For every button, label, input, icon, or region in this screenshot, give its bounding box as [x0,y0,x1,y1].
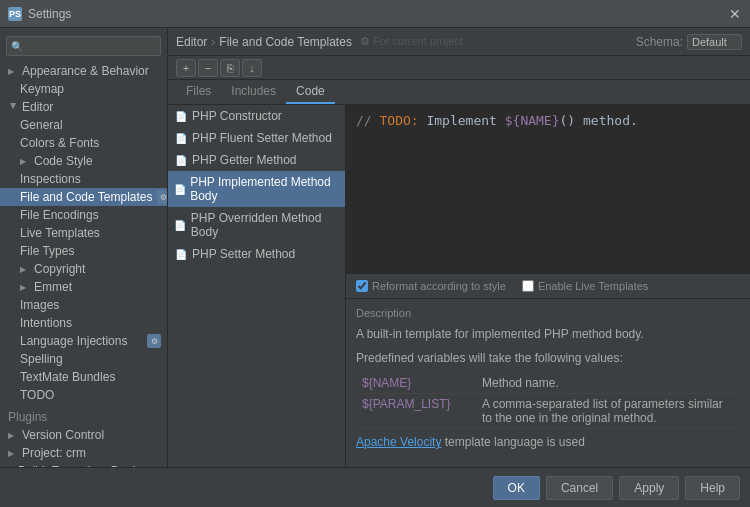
template-icon: 📄 [174,247,188,261]
sidebar-item-keymap[interactable]: Keymap [0,80,167,98]
toolbar: + − ⎘ ↓ [168,56,750,80]
sidebar-item-label: TODO [20,388,54,402]
sidebar-item-label: Inspections [20,172,81,186]
title-bar: PS Settings ✕ [0,0,750,28]
template-icon: 📄 [174,218,187,232]
content-area: 📄 PHP Constructor 📄 PHP Fluent Setter Me… [168,105,750,467]
sidebar-item-label: Live Templates [20,226,100,240]
description-footer-text: template language is used [445,435,585,449]
settings-badge2: ⚙ [147,334,161,348]
apache-velocity-link[interactable]: Apache Velocity [356,435,441,449]
sidebar-item-label: Colors & Fonts [20,136,99,150]
sidebar-item-file-encodings[interactable]: File Encodings [0,206,167,224]
sidebar-item-label: Appearance & Behavior [22,64,149,78]
template-item-label: PHP Constructor [192,109,282,123]
sidebar-item-file-code-templates[interactable]: File and Code Templates ⚙ [0,188,167,206]
search-input[interactable] [25,39,156,53]
variable-name-cell: ${PARAM_LIST} [356,394,476,429]
arrow-icon: ▶ [8,67,18,76]
schema-label: Schema: [636,35,683,49]
sidebar-item-label: File Types [20,244,74,258]
reformat-label: Reformat according to style [372,280,506,292]
variable-table: ${NAME} Method name. ${PARAM_LIST} A com… [356,373,740,429]
tab-includes[interactable]: Includes [221,80,286,104]
arrow-icon: ▶ [20,283,30,292]
move-template-button[interactable]: ↓ [242,59,262,77]
sidebar-item-language-injections[interactable]: Language Injections ⚙ [0,332,167,350]
sidebar-item-appearance[interactable]: ▶ Appearance & Behavior [0,62,167,80]
arrow-icon: ▶ [20,265,30,274]
search-box[interactable]: 🔍 [6,36,161,56]
sidebar-item-spelling[interactable]: Spelling [0,350,167,368]
sidebar-item-file-types[interactable]: File Types [0,242,167,260]
variable-row-param: ${PARAM_LIST} A comma-separated list of … [356,394,740,429]
close-button[interactable]: ✕ [728,7,742,21]
apply-button[interactable]: Apply [619,476,679,500]
variable-name-cell: ${NAME} [356,373,476,394]
sidebar-item-label: Intentions [20,316,72,330]
sidebar-item-copyright[interactable]: ▶ Copyright [0,260,167,278]
template-item-getter[interactable]: 📄 PHP Getter Method [168,149,345,171]
description-subtitle: Predefined variables will take the follo… [356,349,740,367]
description-title: Description [356,307,740,319]
template-icon: 📄 [174,131,188,145]
template-item-label: PHP Getter Method [192,153,297,167]
help-button[interactable]: Help [685,476,740,500]
sidebar-item-intentions[interactable]: Intentions [0,314,167,332]
cancel-button[interactable]: Cancel [546,476,613,500]
right-header: Editor › File and Code Templates ⚙ For c… [168,28,750,56]
template-item-setter[interactable]: 📄 PHP Setter Method [168,243,345,265]
live-templates-checkbox[interactable] [522,280,534,292]
sidebar-item-label: Keymap [20,82,64,96]
sidebar-item-code-style[interactable]: ▶ Code Style [0,152,167,170]
sidebar-item-project[interactable]: ▶ Project: crm [0,444,167,462]
sidebar-item-emmet[interactable]: ▶ Emmet [0,278,167,296]
remove-template-button[interactable]: − [198,59,218,77]
breadcrumb-templates: File and Code Templates [219,35,352,49]
sidebar-item-editor[interactable]: ▶ Editor [0,98,167,116]
sidebar-item-label: Project: crm [22,446,86,460]
sidebar-item-inspections[interactable]: Inspections [0,170,167,188]
reformat-checkbox[interactable] [356,280,368,292]
code-editor[interactable]: // TODO: Implement ${NAME}() method. [346,105,750,273]
template-item-implemented[interactable]: 📄 PHP Implemented Method Body [168,171,345,207]
sidebar-item-label: File and Code Templates [20,190,153,204]
template-icon: 📄 [174,182,186,196]
sidebar-item-images[interactable]: Images [0,296,167,314]
sidebar-item-textmate[interactable]: TextMate Bundles [0,368,167,386]
breadcrumb-sep: › [211,35,215,49]
sidebar-item-label: TextMate Bundles [20,370,115,384]
sidebar-item-colors-fonts[interactable]: Colors & Fonts [0,134,167,152]
tab-files[interactable]: Files [176,80,221,104]
live-templates-label: Enable Live Templates [538,280,648,292]
arrow-icon: ▶ [9,102,18,112]
schema-select[interactable]: Default Project [687,34,742,50]
arrow-icon: ▶ [8,449,18,458]
template-item-label: PHP Setter Method [192,247,295,261]
add-template-button[interactable]: + [176,59,196,77]
sidebar-item-version-control[interactable]: ▶ Version Control [0,426,167,444]
template-item-constructor[interactable]: 📄 PHP Constructor [168,105,345,127]
copy-template-button[interactable]: ⎘ [220,59,240,77]
tabs-row: Files Includes Code [168,80,750,105]
template-item-fluent-setter[interactable]: 📄 PHP Fluent Setter Method [168,127,345,149]
live-templates-checkbox-container[interactable]: Enable Live Templates [522,280,648,292]
template-item-overridden[interactable]: 📄 PHP Overridden Method Body [168,207,345,243]
template-item-label: PHP Implemented Method Body [190,175,339,203]
sidebar-item-label: Images [20,298,59,312]
sidebar: 🔍 ▶ Appearance & Behavior Keymap ▶ Edito… [0,28,168,467]
ok-button[interactable]: OK [493,476,540,500]
breadcrumb-suffix: ⚙ For current project [360,35,463,48]
sidebar-item-live-templates[interactable]: Live Templates [0,224,167,242]
tab-code[interactable]: Code [286,80,335,104]
sidebar-item-label: Editor [22,100,53,114]
schema-area: Schema: Default Project [636,34,742,50]
sidebar-section-plugins: Plugins [0,406,167,426]
sidebar-item-label: File Encodings [20,208,99,222]
sidebar-item-label: Spelling [20,352,63,366]
right-panel: Editor › File and Code Templates ⚙ For c… [168,28,750,467]
sidebar-item-label: Version Control [22,428,104,442]
reformat-checkbox-container[interactable]: Reformat according to style [356,280,506,292]
sidebar-item-general[interactable]: General [0,116,167,134]
sidebar-item-todo[interactable]: TODO [0,386,167,404]
